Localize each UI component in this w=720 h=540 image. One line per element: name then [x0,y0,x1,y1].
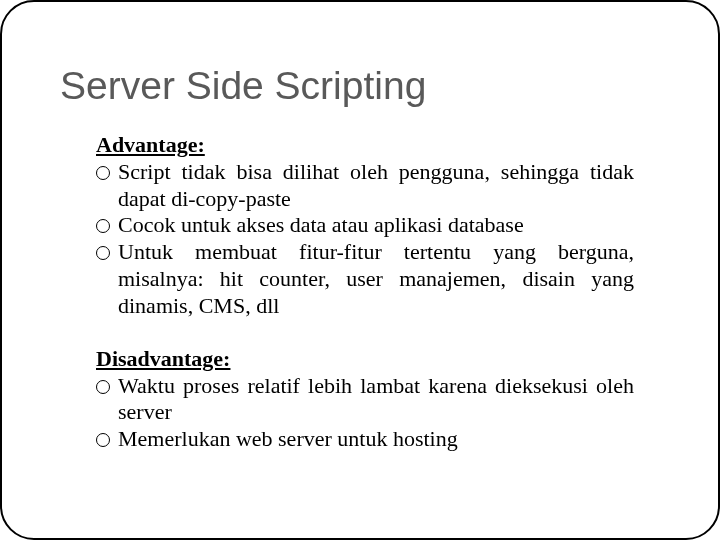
section-gap [96,320,634,346]
list-item: Memerlukan web server untuk hosting [96,426,634,453]
list-item: Untuk membuat fitur-fitur tertentu yang … [96,239,634,319]
advantage-heading: Advantage: [96,132,634,159]
list-item: Waktu proses relatif lebih lambat karena… [96,373,634,427]
advantage-list: Script tidak bisa dilihat oleh pengguna,… [96,159,634,320]
list-item: Cocok untuk akses data atau aplikasi dat… [96,212,634,239]
content-area: Advantage: Script tidak bisa dilihat ole… [96,132,634,453]
list-item: Script tidak bisa dilihat oleh pengguna,… [96,159,634,213]
disadvantage-heading: Disadvantage: [96,346,634,373]
slide-frame: Server Side Scripting Advantage: Script … [0,0,720,540]
disadvantage-list: Waktu proses relatif lebih lambat karena… [96,373,634,453]
page-title: Server Side Scripting [60,64,662,108]
